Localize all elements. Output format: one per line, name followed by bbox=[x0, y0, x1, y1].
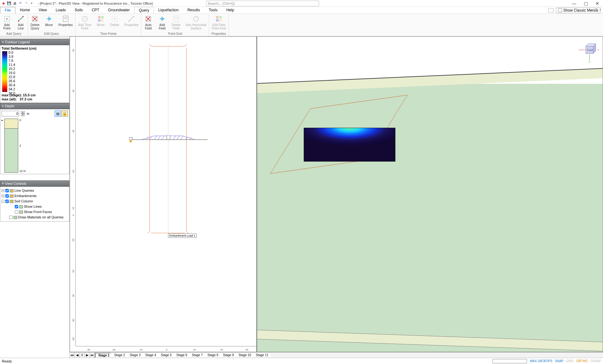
stage-tab-1[interactable]: Stage 1 bbox=[95, 353, 113, 357]
ribbon-edit-field-point-grid: Edit FieldPoint Grid bbox=[209, 14, 228, 32]
save-icon[interactable]: 💾 bbox=[7, 1, 11, 6]
redo-icon[interactable]: ↷ bbox=[24, 1, 28, 6]
svg-point-23 bbox=[133, 16, 134, 17]
canvases: 50403020100-10-20-30-40-50 -30-20-100102… bbox=[70, 36, 603, 352]
contour-legend-body: Total Settlement (cm) 0.03.87.611.415.21… bbox=[0, 45, 69, 103]
menu-tools[interactable]: Tools bbox=[204, 7, 222, 13]
tree-expand-icon[interactable]: + bbox=[2, 195, 4, 197]
stage-tab-4[interactable]: Stage 4 bbox=[143, 353, 159, 357]
svg-text:Front: Front bbox=[587, 49, 593, 51]
menu-view[interactable]: View bbox=[34, 7, 51, 13]
depth-lock-icon[interactable]: 🔒 bbox=[62, 110, 68, 117]
tree-checkbox[interactable] bbox=[9, 216, 13, 219]
stage-prev-icon[interactable]: ◀ bbox=[75, 353, 80, 358]
status-osnap[interactable]: OSNAP bbox=[590, 359, 601, 363]
stage-tab-6[interactable]: Stage 6 bbox=[174, 353, 190, 357]
qat-dropdown-icon[interactable]: ▾ bbox=[30, 1, 34, 6]
legend-heading: Total Settlement (cm) bbox=[2, 46, 68, 51]
stage-tab-8[interactable]: Stage 8 bbox=[204, 353, 221, 357]
menu-help[interactable]: Help bbox=[222, 7, 239, 13]
ribbon-move: Move bbox=[94, 14, 108, 32]
doc-minimize-icon[interactable]: – bbox=[591, 8, 593, 12]
sidebar-grip[interactable] bbox=[0, 36, 69, 39]
3d-viewport[interactable]: Front x z bbox=[257, 36, 603, 352]
stage-tab-3[interactable]: Stage 3 bbox=[127, 353, 144, 357]
stage-num-icon[interactable]: # bbox=[80, 353, 85, 358]
depth-input[interactable] bbox=[2, 111, 19, 116]
status-snap[interactable]: SNAP bbox=[555, 359, 563, 363]
tree-embankments[interactable]: +Embankments bbox=[2, 193, 68, 199]
close-button[interactable]: ✕ bbox=[595, 1, 599, 6]
svg-marker-26 bbox=[163, 18, 164, 20]
ribbon-add-field[interactable]: AddField bbox=[155, 14, 169, 32]
depth-header[interactable]: Depth bbox=[0, 103, 69, 109]
menu-cpt[interactable]: CPT bbox=[87, 7, 104, 13]
tree-item-icon bbox=[10, 200, 14, 203]
ribbon-delete-query[interactable]: DeleteQuery bbox=[28, 14, 42, 32]
status-ortho[interactable]: ORTHO bbox=[576, 359, 588, 363]
menu-groundwater[interactable]: Groundwater bbox=[104, 7, 134, 13]
legend-tick: 30.4 bbox=[8, 83, 15, 87]
ribbon-move[interactable]: Move bbox=[42, 14, 56, 32]
ribbon-properties[interactable]: Properties bbox=[56, 14, 75, 32]
ribbon-add-point[interactable]: AddPoint bbox=[0, 14, 14, 32]
search-input[interactable]: Search... (Ctrl+Q) bbox=[206, 1, 319, 6]
tree-item-label: Draw Materials on all Queries bbox=[18, 215, 63, 220]
tree-checkbox[interactable] bbox=[15, 210, 18, 214]
svg-rect-37 bbox=[219, 19, 222, 22]
undo-icon[interactable]: ↶ bbox=[18, 1, 23, 6]
svg-line-43 bbox=[162, 136, 164, 140]
tree-soil-column[interactable]: -Soil Column bbox=[2, 199, 68, 204]
menu-results[interactable]: Results bbox=[183, 7, 204, 13]
document-controls: – ❐ × bbox=[591, 8, 601, 12]
tree-item-icon bbox=[10, 195, 14, 198]
ribbon-min-icon[interactable] bbox=[548, 8, 553, 13]
stage-last-icon[interactable]: ⏭ bbox=[90, 353, 95, 358]
stage-first-icon[interactable]: ⏮ bbox=[70, 353, 75, 358]
tree-expand-icon[interactable]: - bbox=[2, 200, 4, 203]
menu-file[interactable]: File bbox=[0, 7, 15, 13]
stage-tab-11[interactable]: Stage 11 bbox=[253, 353, 272, 357]
axis-gizmo[interactable]: Front x z bbox=[578, 40, 600, 62]
tree-item-icon bbox=[19, 211, 23, 214]
legend-tick: 7.6 bbox=[8, 59, 15, 63]
menu-liquefaction[interactable]: Liquefaction bbox=[154, 7, 183, 13]
minimize-button[interactable]: — bbox=[572, 1, 576, 6]
tree-checkbox[interactable] bbox=[5, 189, 9, 192]
view-controls-header[interactable]: View Controls bbox=[0, 180, 69, 187]
status-max-datatips[interactable]: MAX DATATIPS bbox=[530, 359, 552, 363]
stage-tab-9[interactable]: Stage 9 bbox=[220, 353, 237, 357]
menu-soils[interactable]: Soils bbox=[70, 7, 87, 13]
doc-close-icon[interactable]: × bbox=[599, 8, 601, 12]
menu-home[interactable]: Home bbox=[15, 7, 34, 13]
plan-viewport[interactable]: 50403020100-10-20-30-40-50 -30-20-100102… bbox=[70, 36, 257, 352]
stage-tab-5[interactable]: Stage 5 bbox=[158, 353, 175, 357]
tree-expand-icon[interactable]: + bbox=[2, 189, 4, 192]
stage-tab-2[interactable]: Stage 2 bbox=[111, 353, 128, 357]
status-grid[interactable]: GRID bbox=[566, 359, 574, 363]
tree-show-front-faces[interactable]: Show Front Faces bbox=[2, 209, 68, 215]
status-input[interactable] bbox=[492, 359, 527, 363]
status-bar: Ready MAX DATATIPSSNAPGRIDORTHOOSNAP bbox=[0, 358, 603, 364]
menu-loads[interactable]: Loads bbox=[51, 7, 70, 13]
soil-mark: 12 m bbox=[19, 169, 26, 173]
doc-restore-icon[interactable]: ❐ bbox=[595, 8, 597, 12]
stage-next-icon[interactable]: ▶ bbox=[85, 353, 90, 358]
stage-tab-10[interactable]: Stage 10 bbox=[236, 353, 254, 357]
tree-line-queries[interactable]: +Line Queries bbox=[2, 188, 68, 193]
tree-checkbox[interactable] bbox=[5, 194, 9, 198]
ribbon-add-line[interactable]: AddLine bbox=[14, 14, 28, 32]
tree-show-lines[interactable]: Show Lines bbox=[2, 204, 68, 209]
depth-section-icon[interactable]: ▤ bbox=[55, 110, 61, 117]
tree-checkbox[interactable] bbox=[15, 205, 18, 208]
stage-tab-7[interactable]: Stage 7 bbox=[189, 353, 206, 357]
print-icon[interactable]: 🖶 bbox=[13, 1, 17, 6]
ribbon-auto-field[interactable]: AutoField bbox=[141, 14, 155, 32]
maximize-button[interactable]: ▢ bbox=[584, 1, 588, 6]
tree-checkbox[interactable] bbox=[5, 200, 9, 203]
menu-query[interactable]: Query bbox=[134, 7, 154, 13]
tree-draw-materials-on-all-queries[interactable]: Draw Materials on all Queries bbox=[2, 215, 68, 220]
svg-rect-34 bbox=[216, 16, 219, 19]
contour-legend-header[interactable]: Contour Legend bbox=[0, 39, 69, 45]
depth-spinner[interactable]: ▴▾ bbox=[21, 111, 25, 116]
